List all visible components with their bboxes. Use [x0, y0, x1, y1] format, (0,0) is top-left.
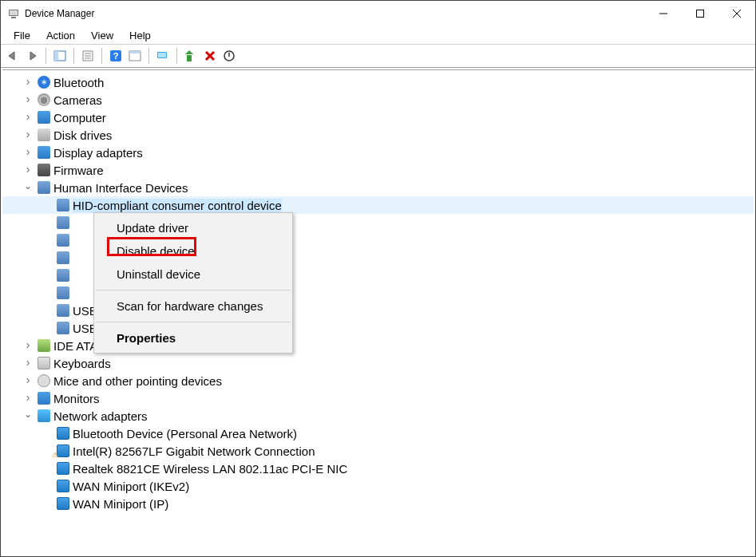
toolbar-separator [73, 48, 74, 64]
back-button[interactable] [4, 47, 22, 65]
ctx-disable-device[interactable]: Disable device [94, 239, 292, 263]
close-button[interactable] [718, 1, 755, 26]
tree-category[interactable]: Mice and other pointing devices [2, 372, 754, 389]
tree-device-item[interactable]: Bluetooth Device (Personal Area Network) [2, 425, 754, 442]
menubar: File Action View Help [1, 26, 755, 44]
chevron-right-icon[interactable] [22, 128, 34, 141]
tree-category-label: Keyboards [53, 357, 111, 370]
tree-device-item[interactable]: Intel(R) 82567LF Gigabit Network Connect… [2, 442, 754, 460]
toolbar-separator [176, 48, 177, 64]
svg-rect-1 [10, 10, 18, 15]
tree-category[interactable]: Keyboards [2, 354, 754, 372]
tree-device-label: WAN Miniport (IP) [73, 497, 168, 511]
tree-category-label: Human Interface Devices [53, 181, 188, 195]
network-adapter-icon [38, 409, 50, 422]
chevron-right-icon[interactable] [22, 164, 34, 176]
tree-category-label: Bluetooth [53, 76, 104, 89]
tree-device-label: Bluetooth Device (Personal Area Network) [73, 427, 297, 440]
hid-icon [57, 286, 69, 299]
tree-device-label: Realtek 8821CE Wireless LAN 802.11ac PCI… [73, 462, 347, 476]
menu-file[interactable]: File [6, 28, 38, 43]
tree-category[interactable]: Computer [2, 109, 754, 126]
hid-icon [57, 322, 69, 334]
svg-rect-4 [697, 10, 704, 18]
app-icon [7, 7, 20, 20]
netadp-icon [57, 462, 69, 475]
svg-rect-2 [11, 17, 16, 18]
menu-help[interactable]: Help [121, 28, 159, 43]
ctx-scan-hardware[interactable]: Scan for hardware changes [94, 294, 292, 318]
ctx-uninstall-device[interactable]: Uninstall device [94, 263, 292, 286]
chevron-down-icon[interactable] [22, 182, 34, 193]
svg-text:?: ? [113, 51, 119, 61]
mouse-icon [38, 374, 50, 387]
tree-device-label: HID-compliant consumer control device [73, 199, 282, 212]
chevron-right-icon[interactable] [22, 357, 34, 369]
show-hide-tree-button[interactable] [51, 47, 69, 65]
tree-device-label: Intel(R) 82567LF Gigabit Network Connect… [73, 444, 315, 458]
firmware-icon [38, 164, 50, 176]
ctx-update-driver[interactable]: Update driver [94, 216, 292, 239]
hid-icon [57, 304, 69, 317]
hid-icon [57, 234, 69, 247]
keyboard-icon [38, 357, 50, 369]
menu-view[interactable]: View [83, 28, 121, 43]
computer-icon [38, 111, 50, 124]
titlebar: Device Manager [1, 1, 755, 26]
tree-category[interactable]: Human Interface Devices [2, 179, 754, 196]
ctx-separator [96, 322, 291, 322]
tree-category-label: Display adapters [53, 146, 143, 160]
hid-icon [38, 181, 50, 194]
tree-category[interactable]: Disk drives [2, 126, 754, 144]
disk-drive-icon [38, 128, 50, 141]
tree-category-label: Monitors [53, 392, 100, 405]
tree-category[interactable]: Network adapters [2, 407, 754, 425]
tree-device-item[interactable]: HID-compliant consumer control device [2, 196, 754, 214]
tree-device-item[interactable]: WAN Miniport (IKEv2) [2, 477, 754, 495]
tree-category[interactable]: Monitors [2, 389, 754, 407]
chevron-down-icon[interactable] [22, 410, 34, 421]
netadp-icon [57, 497, 69, 510]
tree-category[interactable]: Display adapters [2, 144, 754, 161]
tree-category[interactable]: Cameras [2, 91, 754, 109]
ide-icon [38, 339, 50, 352]
minimize-button[interactable] [645, 1, 682, 26]
chevron-right-icon[interactable] [22, 111, 34, 124]
scan-hardware-button[interactable] [154, 47, 172, 65]
chevron-right-icon[interactable] [22, 374, 34, 387]
svg-rect-16 [129, 51, 141, 53]
netadp-icon [57, 480, 69, 492]
chevron-right-icon[interactable] [22, 93, 34, 106]
tree-device-item[interactable]: Realtek 8821CE Wireless LAN 802.11ac PCI… [2, 460, 754, 477]
tree-category[interactable]: Firmware [2, 161, 754, 179]
menu-action[interactable]: Action [38, 28, 83, 43]
context-menu: Update driver Disable device Uninstall d… [93, 212, 293, 354]
uninstall-button[interactable] [201, 47, 219, 65]
help-button[interactable]: ? [107, 47, 125, 65]
tree-device-label: WAN Miniport (IKEv2) [73, 480, 189, 493]
tree-category-label: Disk drives [53, 128, 112, 142]
window-title: Device Manager [25, 8, 94, 19]
tree-device-item[interactable]: WAN Miniport (IP) [2, 495, 754, 512]
action-button[interactable] [126, 47, 144, 65]
chevron-right-icon[interactable] [22, 339, 34, 352]
ctx-properties[interactable]: Properties [94, 326, 292, 350]
chevron-right-icon[interactable] [22, 146, 34, 159]
toolbar-separator [148, 48, 149, 64]
hid-icon [57, 216, 69, 229]
update-driver-button[interactable] [182, 47, 200, 65]
disable-button[interactable] [220, 47, 238, 65]
properties-button[interactable] [79, 47, 97, 65]
forward-button[interactable] [23, 47, 41, 65]
svg-rect-19 [187, 55, 192, 61]
monitor-icon [38, 392, 50, 405]
hid-icon [57, 199, 69, 211]
tree-category-label: Computer [53, 111, 106, 124]
display-adapter-icon [38, 146, 50, 159]
chevron-right-icon[interactable] [22, 392, 34, 405]
tree-category[interactable]: ∗Bluetooth [2, 73, 754, 91]
tree-category-label: Firmware [53, 164, 104, 177]
maximize-button[interactable] [682, 1, 718, 26]
chevron-right-icon[interactable] [22, 76, 34, 89]
svg-rect-18 [158, 53, 166, 57]
